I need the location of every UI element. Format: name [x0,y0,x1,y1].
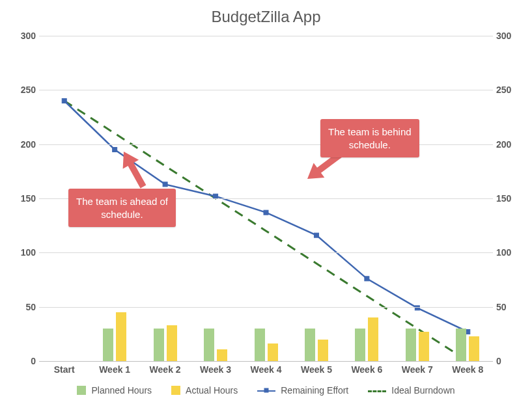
y-axis-tick-right: 50 [496,302,529,312]
remaining-effort-marker [365,276,369,281]
legend-item-ideal: Ideal Burndown [368,385,455,396]
bar-actual [167,325,177,361]
x-axis-tick: Week 6 [351,364,382,375]
gridline [39,252,493,253]
bar-actual [318,340,328,361]
x-axis-tick: Week 3 [200,364,231,375]
y-axis-tick-left: 50 [3,302,36,312]
y-axis-tick-right: 100 [496,247,529,258]
y-axis-tick-left: 100 [3,247,36,258]
bar-actual [419,332,429,361]
legend-item-actual: Actual Hours [171,385,238,396]
plot-area: 005050100100150150200200250250300300Star… [39,36,493,362]
y-axis-tick-left: 300 [3,31,36,41]
swatch-planned-icon [77,386,86,395]
y-axis-tick-left: 150 [3,193,36,204]
remaining-effort-marker [113,148,117,152]
legend-label: Planned Hours [91,385,152,396]
y-axis-tick-left: 200 [3,139,36,150]
bar-planned [406,329,416,361]
bar-actual [217,349,227,361]
remaining-effort-marker [163,182,167,187]
y-axis-tick-left: 0 [3,356,36,366]
gridline [39,90,493,90]
bar-actual [368,317,378,361]
annotation-callout: The team is behindschedule. [320,119,419,157]
bar-actual [268,343,278,361]
bar-planned [154,329,164,361]
gridline [39,144,493,145]
remaining-effort-marker [314,233,318,237]
bar-planned [355,329,365,361]
y-axis-tick-right: 150 [496,193,529,204]
y-axis-tick-right: 200 [496,139,529,150]
swatch-actual-icon [171,386,180,395]
gridline [39,307,493,308]
swatch-remaining-icon [257,386,275,395]
legend-label: Ideal Burndown [391,385,455,396]
legend-item-planned: Planned Hours [77,385,152,396]
x-axis-tick: Week 8 [452,364,483,375]
x-axis-tick: Week 4 [251,364,282,375]
y-axis-tick-right: 300 [496,31,529,41]
y-axis-tick-right: 250 [496,85,529,95]
x-axis-tick: Week 7 [402,364,433,375]
legend-label: Remaining Effort [281,385,348,396]
x-axis-tick: Week 2 [150,364,181,375]
annotation-callout: The team is ahead ofschedule. [68,189,176,227]
chart-title: BudgetZilla App [0,8,532,26]
bar-planned [255,329,265,361]
bar-actual [116,312,126,361]
legend: Planned Hours Actual Hours Remaining Eff… [39,385,493,396]
x-axis-tick: Start [54,364,75,375]
remaining-effort-marker [62,99,66,103]
y-axis-tick-right: 0 [496,356,529,366]
legend-item-remaining: Remaining Effort [257,385,348,396]
burndown-chart: BudgetZilla App 005050100100150150200200… [0,0,532,417]
bar-planned [456,329,466,361]
bar-planned [305,329,315,361]
bar-actual [469,336,479,361]
legend-label: Actual Hours [186,385,238,396]
y-axis-tick-left: 250 [3,85,36,95]
x-axis-tick: Week 5 [301,364,332,375]
bar-planned [204,329,214,361]
x-axis-tick: Week 1 [99,364,130,375]
swatch-ideal-icon [368,386,386,395]
gridline [39,36,493,36]
remaining-effort-marker [264,210,268,215]
bar-planned [103,329,113,361]
